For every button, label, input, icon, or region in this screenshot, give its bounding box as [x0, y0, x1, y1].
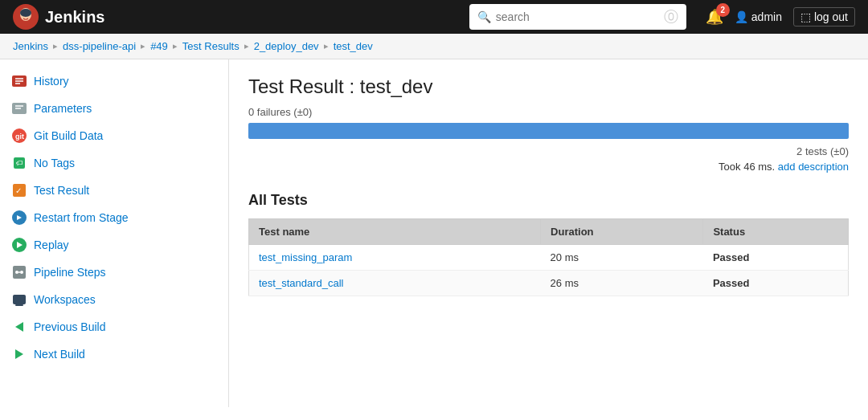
- header: Jenkins 🔍 ⓪ 🔔 2 👤 admin ⬚ log out: [0, 0, 868, 34]
- user-icon: 👤: [735, 10, 748, 23]
- col-header-status: Status: [703, 219, 849, 245]
- replay-icon: [11, 237, 27, 253]
- restart-icon: [11, 210, 27, 226]
- user-menu[interactable]: 👤 admin: [735, 10, 782, 23]
- cell-duration: 20 ms: [541, 245, 703, 271]
- breadcrumb-jenkins[interactable]: Jenkins: [13, 40, 48, 52]
- cell-status: Passed: [703, 271, 849, 296]
- header-right: 🔔 2 👤 admin ⬚ log out: [706, 7, 855, 27]
- svg-point-22: [20, 271, 23, 274]
- svg-rect-24: [13, 295, 26, 304]
- svg-text:🏷: 🏷: [16, 159, 23, 167]
- table-row: test_standard_call 26 ms Passed: [249, 271, 849, 296]
- duration-text: Took 46 ms.: [719, 161, 775, 173]
- next-build-icon: [11, 346, 27, 362]
- sidebar-label-parameters: Parameters: [34, 102, 92, 115]
- tests-table: Test name Duration Status test_missing_p…: [248, 218, 849, 296]
- search-icon: 🔍: [477, 10, 491, 23]
- help-icon[interactable]: ⓪: [664, 7, 678, 27]
- main-content: Test Result : test_dev 0 failures (±0) 2…: [229, 59, 868, 407]
- svg-point-21: [15, 271, 18, 274]
- all-tests-title: All Tests: [248, 192, 849, 209]
- breadcrumb-deploy-dev[interactable]: 2_deploy_dev: [254, 40, 319, 52]
- svg-rect-25: [15, 304, 23, 306]
- sidebar-item-workspaces[interactable]: Workspaces: [0, 286, 228, 313]
- sidebar-item-restart[interactable]: Restart from Stage: [0, 204, 228, 231]
- breadcrumb-build-num[interactable]: #49: [150, 40, 168, 52]
- workspace-icon: [11, 292, 27, 308]
- sidebar-item-replay[interactable]: Replay: [0, 231, 228, 259]
- sidebar-item-previous-build[interactable]: Previous Build: [0, 313, 228, 340]
- notification-badge: 2: [716, 3, 730, 17]
- sidebar-item-history[interactable]: History: [0, 67, 228, 95]
- svg-point-2: [20, 9, 31, 17]
- failures-text: 0 failures (±0): [248, 106, 849, 118]
- page-title: Test Result : test_dev: [248, 75, 849, 98]
- test-name-link[interactable]: test_missing_param: [259, 251, 352, 263]
- sidebar-item-git[interactable]: git Git Build Data: [0, 122, 228, 149]
- table-row: test_missing_param 20 ms Passed: [249, 245, 849, 271]
- breadcrumb: Jenkins ▸ dss-pipeline-api ▸ #49 ▸ Test …: [0, 34, 868, 59]
- sidebar-item-next-build[interactable]: Next Build: [0, 340, 228, 368]
- sidebar-label-replay: Replay: [34, 239, 69, 251]
- logout-icon: ⬚: [800, 10, 811, 23]
- logout-button[interactable]: ⬚ log out: [793, 7, 855, 27]
- sidebar-label-test-result: Test Result: [34, 184, 89, 197]
- sidebar-item-test-result[interactable]: ✓ Test Result: [0, 177, 228, 204]
- logo-link[interactable]: Jenkins: [13, 4, 104, 30]
- logout-label: log out: [814, 10, 848, 23]
- svg-text:git: git: [15, 133, 24, 141]
- sidebar-label-history: History: [34, 75, 69, 88]
- user-label: admin: [751, 10, 782, 23]
- svg-point-3: [23, 14, 24, 16]
- parameters-icon: [11, 100, 27, 116]
- sidebar-label-no-tags: No Tags: [34, 157, 75, 169]
- col-header-duration: Duration: [541, 219, 703, 245]
- git-icon: git: [11, 128, 27, 144]
- test-result-icon: ✓: [11, 182, 27, 198]
- test-name-link[interactable]: test_standard_call: [259, 277, 344, 289]
- svg-marker-27: [15, 349, 23, 359]
- jenkins-logo-svg: [14, 6, 37, 28]
- sidebar-item-no-tags[interactable]: 🏷 No Tags: [0, 149, 228, 177]
- svg-text:✓: ✓: [15, 186, 22, 195]
- breadcrumb-test-dev[interactable]: test_dev: [334, 40, 373, 52]
- breadcrumb-sep-3: ▸: [244, 41, 249, 51]
- cell-test-name: test_missing_param: [249, 245, 541, 271]
- svg-point-4: [27, 14, 29, 16]
- sidebar-label-git: Git Build Data: [34, 129, 103, 142]
- breadcrumb-sep-2: ▸: [173, 41, 178, 51]
- tests-count: 2 tests (±0): [248, 145, 849, 157]
- cell-status: Passed: [703, 245, 849, 271]
- search-box: 🔍 ⓪: [469, 4, 686, 30]
- layout: History Parameters git Git Build Data 🏷 …: [0, 59, 868, 407]
- sidebar-label-previous-build: Previous Build: [34, 320, 106, 333]
- progress-bar: [248, 123, 849, 139]
- col-header-test-name: Test name: [249, 219, 541, 245]
- breadcrumb-test-results[interactable]: Test Results: [182, 40, 240, 52]
- add-description-container: Took 46 ms. add description: [248, 161, 849, 173]
- sidebar-item-pipeline-steps[interactable]: Pipeline Steps: [0, 259, 228, 286]
- breadcrumb-sep-0: ▸: [53, 41, 58, 51]
- sidebar-label-workspaces: Workspaces: [34, 293, 96, 306]
- pipeline-icon: [11, 264, 27, 280]
- add-description-link[interactable]: add description: [778, 161, 849, 173]
- svg-marker-26: [15, 322, 23, 332]
- search-input[interactable]: [496, 10, 653, 23]
- notifications-bell[interactable]: 🔔 2: [706, 8, 723, 26]
- cell-test-name: test_standard_call: [249, 271, 541, 296]
- cell-duration: 26 ms: [541, 271, 703, 296]
- sidebar-label-pipeline-steps: Pipeline Steps: [34, 266, 106, 279]
- breadcrumb-pipeline[interactable]: dss-pipeline-api: [63, 40, 136, 52]
- jenkins-logo-icon: [13, 4, 39, 30]
- sidebar-item-parameters[interactable]: Parameters: [0, 95, 228, 122]
- breadcrumb-sep-1: ▸: [141, 41, 145, 51]
- sidebar: History Parameters git Git Build Data 🏷 …: [0, 59, 229, 407]
- jenkins-title: Jenkins: [45, 8, 104, 27]
- prev-build-icon: [11, 319, 27, 335]
- history-icon: [11, 73, 27, 89]
- breadcrumb-sep-4: ▸: [324, 41, 329, 51]
- sidebar-label-next-build: Next Build: [34, 348, 85, 361]
- tags-icon: 🏷: [11, 155, 27, 171]
- sidebar-label-restart: Restart from Stage: [34, 211, 129, 224]
